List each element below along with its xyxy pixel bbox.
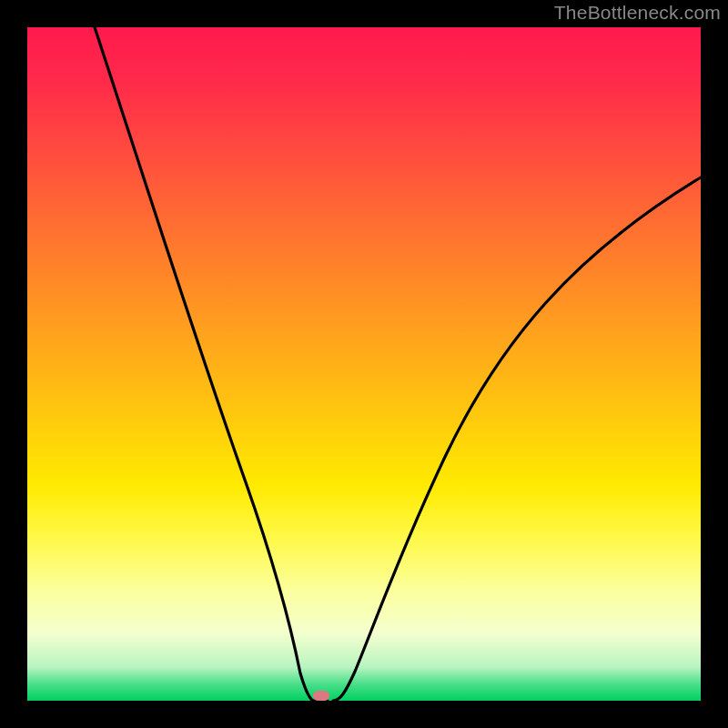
optimum-marker	[313, 691, 329, 701]
chart-frame: TheBottleneck.com	[0, 0, 728, 728]
curve-left-branch	[95, 27, 328, 701]
watermark-text: TheBottleneck.com	[554, 2, 721, 24]
curve-right-branch	[333, 177, 701, 701]
bottleneck-curve	[27, 27, 701, 701]
plot-area	[27, 27, 701, 701]
